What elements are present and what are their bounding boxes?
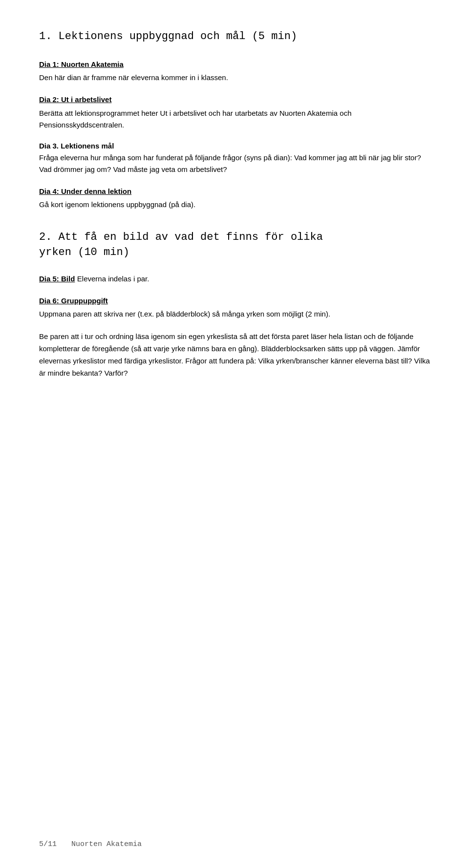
page-content: 1. Lektionens uppbyggnad och mål (5 min)… <box>39 29 430 379</box>
dia5-label: Dia 5: Bild <box>39 275 75 283</box>
footer: 5/11 Nuorten Akatemia <box>39 840 142 848</box>
extra-paragraph: Be paren att i tur och ordning läsa igen… <box>39 331 430 379</box>
footer-brand: Nuorten Akatemia <box>71 840 142 848</box>
dia1-label: Dia 1: Nuorten Akatemia <box>39 59 430 70</box>
dia5-block: Dia 5: Bild Eleverna indelas i par. <box>39 273 430 285</box>
dia4-label: Dia 4: Under denna lektion <box>39 186 430 197</box>
dia2-label: Dia 2: Ut i arbetslivet <box>39 94 430 106</box>
dia3-text: Fråga eleverna hur många som har fundera… <box>39 152 430 175</box>
dia6-text: Uppmana paren att skriva ner (t.ex. på b… <box>39 308 430 320</box>
dia6-block: Dia 6: Gruppuppgift Uppmana paren att sk… <box>39 296 430 320</box>
dia2-block: Dia 2: Ut i arbetslivet Berätta att lekt… <box>39 94 430 131</box>
dia5-text: Eleverna indelas i par. <box>77 275 149 283</box>
footer-page: 5/11 <box>39 840 57 848</box>
dia2-text: Berätta att lektionsprogrammet heter Ut … <box>39 107 430 131</box>
dia1-block: Dia 1: Nuorten Akatemia Den här dian är … <box>39 59 430 84</box>
section2-heading: 2. Att få en bild av vad det finns för o… <box>39 230 430 260</box>
dia3-label: Dia 3. Lektionens mål <box>39 142 430 150</box>
dia3-block: Dia 3. Lektionens mål Fråga eleverna hur… <box>39 142 430 175</box>
dia4-text: Gå kort igenom lektionens uppbyggnad (på… <box>39 199 430 211</box>
dia4-block: Dia 4: Under denna lektion Gå kort igeno… <box>39 186 430 211</box>
dia6-label: Dia 6: Gruppuppgift <box>39 296 430 307</box>
section1-heading: 1. Lektionens uppbyggnad och mål (5 min) <box>39 29 430 44</box>
dia1-text: Den här dian är framme när eleverna komm… <box>39 72 430 84</box>
